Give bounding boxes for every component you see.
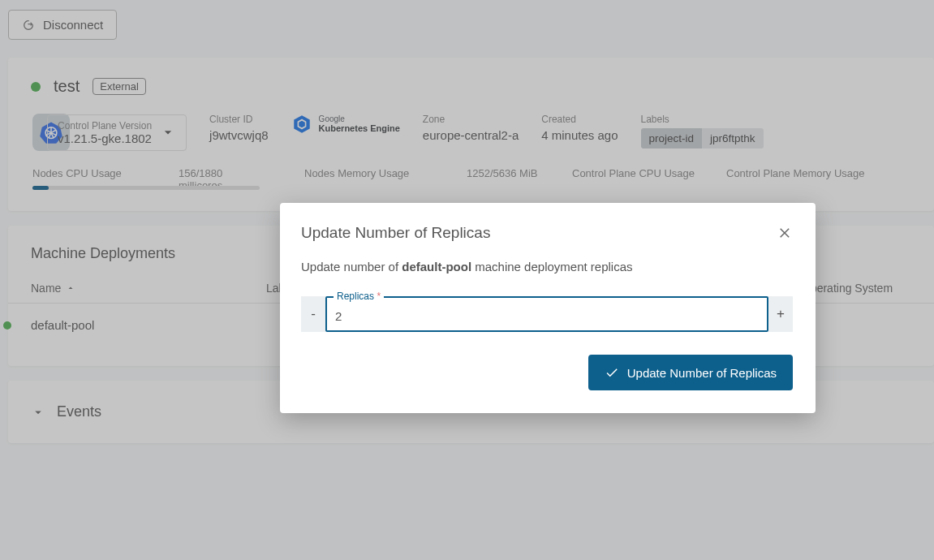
close-button[interactable] (778, 226, 793, 240)
close-icon (778, 226, 793, 240)
submit-label: Update Number of Replicas (627, 366, 777, 380)
increment-button[interactable]: + (768, 296, 793, 332)
modal-description: Update number of default-pool machine de… (301, 260, 793, 274)
update-replicas-modal: Update Number of Replicas Update number … (280, 203, 816, 413)
decrement-button[interactable]: - (301, 296, 325, 332)
replicas-stepper: - Replicas * + (301, 296, 793, 332)
submit-button[interactable]: Update Number of Replicas (588, 355, 793, 390)
replicas-input-label: Replicas * (334, 291, 384, 302)
replicas-input[interactable] (335, 309, 759, 323)
modal-title: Update Number of Replicas (301, 224, 490, 242)
check-icon (605, 365, 619, 380)
